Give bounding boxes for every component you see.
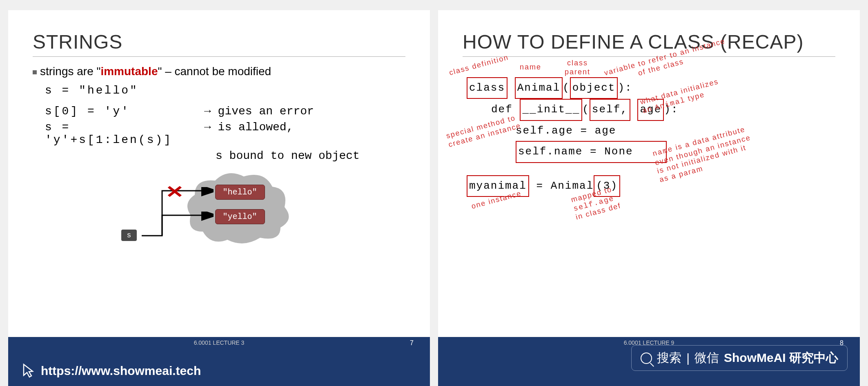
code-line-3: s = 'y'+s[1:len(s)] [45, 121, 204, 146]
box-animal: Animal [515, 77, 563, 99]
slide-title-right: HOW TO DEFINE A CLASS (RECAP) [463, 31, 835, 57]
code-note-bound: s bound to new object [204, 149, 360, 162]
box-self: self, [590, 99, 630, 120]
memory-diagram: "hello" "yello" s ✕ [113, 166, 325, 256]
footer-page-number: 7 [410, 339, 414, 347]
search-pill: 搜索 | 微信 ShowMeAI 研究中心 [631, 345, 848, 371]
var-s-box: s [121, 230, 137, 241]
footer-left: 6.0001 LECTURE 3 7 https://www.showmeai.… [8, 337, 430, 386]
footer-right: 6.0001 LECTURE 9 8 搜索 | 微信 ShowMeAI 研究中心 [438, 337, 860, 386]
box-class: class [467, 77, 507, 99]
obj-yello-box: "yello" [215, 209, 265, 224]
search-label-1: 搜索 [657, 350, 681, 366]
slide-left: STRINGS strings are "immutable" – cannot… [8, 10, 430, 386]
code-line-1: s = "hello" [45, 84, 204, 97]
kw-def: def [491, 103, 513, 116]
search-brand: ShowMeAI 研究中心 [724, 350, 838, 366]
code-row-instance: myanimal = Animal(3) [467, 175, 835, 197]
slide-left-content: STRINGS strings are "immutable" – cannot… [8, 10, 430, 337]
bullet-text: strings are "immutable" – cannot be modi… [40, 65, 271, 78]
bullet-post: " – cannot be modified [158, 65, 271, 78]
search-label-2: 微信 [694, 350, 719, 366]
bullet-icon [33, 70, 37, 74]
search-sep: | [686, 351, 690, 365]
class-code-block: class Animal(object): def __init__(self,… [463, 77, 835, 197]
box-init: __init__ [520, 99, 582, 120]
bullet-immutable: strings are "immutable" – cannot be modi… [33, 65, 405, 78]
cursor-icon [20, 362, 37, 379]
slide-right: HOW TO DEFINE A CLASS (RECAP) class Anim… [438, 10, 860, 386]
footer-lecture-label: 6.0001 LECTURE 3 [194, 339, 245, 346]
bullet-pre: strings are " [40, 65, 100, 78]
search-icon [641, 353, 652, 364]
code-note-allowed: → is allowed, [204, 121, 293, 146]
footer-url: https://www.showmeai.tech [41, 364, 201, 378]
anno-parent: classparent [565, 59, 590, 76]
slide-title: STRINGS [33, 31, 405, 57]
code-note-error: → gives an error [204, 105, 314, 118]
anno-name: name [520, 63, 541, 72]
code-line-2: s[0] = 'y' [45, 105, 204, 118]
red-x-icon: ✕ [165, 182, 184, 202]
slide-right-content: HOW TO DEFINE A CLASS (RECAP) class Anim… [438, 10, 860, 337]
text-assign: = Animal [536, 180, 594, 192]
obj-hello-box: "hello" [215, 185, 265, 200]
code-line-selfage: self.age = age [467, 121, 835, 141]
bullet-emph: immutable [100, 65, 158, 78]
box-selfname: self.name = None [516, 141, 667, 163]
code-block: s = "hello" s[0] = 'y' → gives an error … [33, 84, 405, 162]
